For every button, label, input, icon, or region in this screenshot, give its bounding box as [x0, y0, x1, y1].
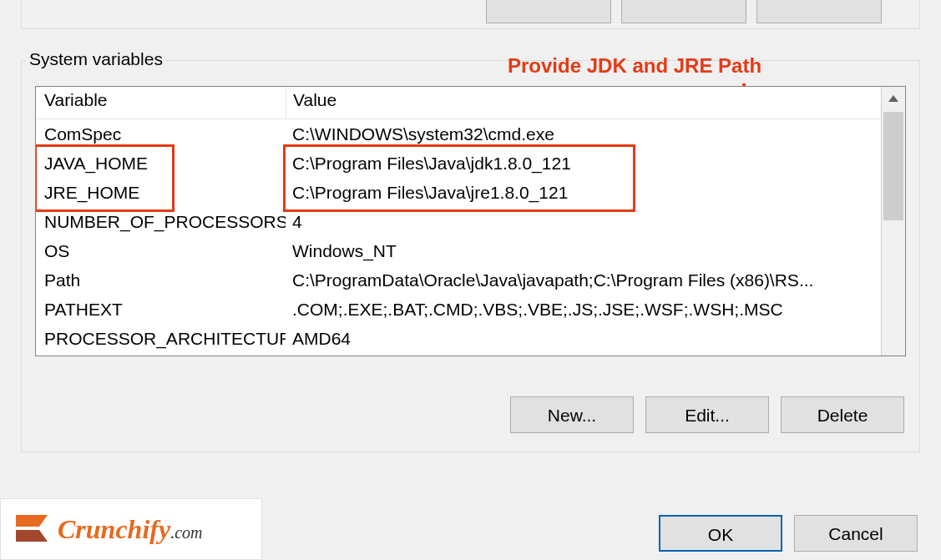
table-header: Variable Value [36, 87, 881, 119]
user-new-button-ghost[interactable] [486, 0, 611, 23]
cell-value: C:\Program Files\Java\jre1.8.0_121 [286, 178, 881, 207]
table-row[interactable]: OS Windows_NT [36, 236, 881, 265]
system-variables-list[interactable]: Variable Value ComSpec C:\WINDOWS\system… [35, 86, 906, 356]
cell-value: C:\WINDOWS\system32\cmd.exe [286, 119, 881, 149]
cancel-button[interactable]: Cancel [794, 515, 918, 552]
table-row[interactable]: ComSpec C:\WINDOWS\system32\cmd.exe [36, 119, 881, 149]
table-row[interactable]: JAVA_HOME C:\Program Files\Java\jdk1.8.0… [36, 149, 881, 178]
table-row[interactable]: Path C:\ProgramData\Oracle\Java\javapath… [36, 265, 881, 295]
table-row[interactable]: PATHEXT .COM;.EXE;.BAT;.CMD;.VBS;.VBE;.J… [36, 295, 881, 324]
scroll-thumb[interactable] [883, 112, 903, 220]
ok-button[interactable]: OK [659, 515, 782, 552]
user-edit-button-ghost[interactable] [621, 0, 746, 23]
user-delete-button-ghost[interactable] [756, 0, 882, 23]
col-variable[interactable]: Variable [36, 87, 286, 119]
edit-button[interactable]: Edit... [645, 396, 769, 433]
cell-variable: OS [36, 236, 286, 265]
crunchify-logo: Crunchify.com [0, 498, 262, 560]
cell-variable: PROCESSOR_ARCHITECTURE [36, 324, 286, 353]
table-row[interactable]: PROCESSOR_ARCHITECTURE AMD64 [36, 324, 881, 353]
cell-variable: PATHEXT [36, 295, 286, 324]
cell-variable: Path [36, 265, 286, 295]
cell-value: .COM;.EXE;.BAT;.CMD;.VBS;.VBE;.JS;.JSE;.… [286, 295, 881, 324]
logo-icon [11, 512, 49, 547]
delete-button[interactable]: Delete [781, 396, 904, 433]
cell-value: Windows_NT [286, 236, 881, 265]
table-row[interactable]: JRE_HOME C:\Program Files\Java\jre1.8.0_… [36, 178, 881, 207]
new-button[interactable]: New... [510, 396, 634, 433]
logo-suffix: .com [170, 523, 202, 542]
system-variables-group: System variables Provide JDK and JRE Pat… [21, 60, 920, 452]
scroll-up-icon[interactable] [882, 87, 905, 110]
group-title: System variables [26, 49, 166, 69]
cell-variable: NUMBER_OF_PROCESSORS [36, 207, 286, 236]
cell-value: AMD64 [286, 324, 881, 353]
logo-brand: Crunchify [58, 514, 170, 544]
col-value[interactable]: Value [286, 87, 881, 119]
logo-text: Crunchify.com [58, 514, 202, 545]
cell-variable: ComSpec [36, 119, 286, 149]
annotation-label: Provide JDK and JRE Path [508, 54, 761, 78]
cell-variable: JAVA_HOME [36, 149, 286, 178]
cell-value: 4 [286, 207, 881, 236]
previous-groupbox-fragment [21, 0, 920, 29]
cell-variable: JRE_HOME [36, 178, 286, 207]
cell-value: C:\ProgramData\Oracle\Java\javapath;C:\P… [286, 265, 881, 295]
scrollbar[interactable] [881, 87, 905, 356]
table-row[interactable]: NUMBER_OF_PROCESSORS 4 [36, 207, 881, 236]
cell-value: C:\Program Files\Java\jdk1.8.0_121 [286, 149, 881, 178]
